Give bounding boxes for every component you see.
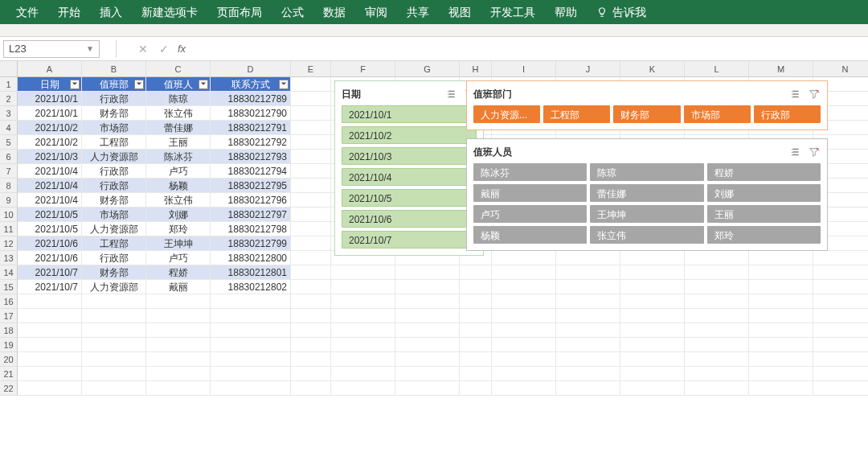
table-cell[interactable]: 卢巧 <box>146 251 211 265</box>
row-header-17[interactable]: 17 <box>0 309 18 323</box>
cell[interactable] <box>749 323 813 338</box>
filter-icon[interactable] <box>199 80 208 89</box>
cell[interactable] <box>460 352 492 367</box>
cell[interactable] <box>460 338 492 352</box>
table-cell[interactable]: 2021/10/3 <box>18 150 82 164</box>
table-cell[interactable]: 2021/10/5 <box>18 222 82 236</box>
slicer-item[interactable]: 人力资源... <box>473 105 540 123</box>
slicer-item[interactable]: 蕾佳娜 <box>590 184 703 202</box>
confirm-icon[interactable]: ✓ <box>154 43 174 55</box>
cell[interactable] <box>211 381 291 396</box>
cell[interactable] <box>82 294 146 309</box>
table-cell[interactable]: 陈琼 <box>146 92 211 106</box>
cell[interactable] <box>331 309 395 323</box>
table-cell[interactable]: 张立伟 <box>146 106 211 121</box>
cell[interactable] <box>211 309 291 323</box>
chevron-down-icon[interactable]: ▼ <box>86 44 94 53</box>
cell[interactable] <box>813 367 868 381</box>
name-box[interactable]: L23 ▼ <box>3 40 100 58</box>
cell[interactable] <box>211 338 291 352</box>
cell[interactable] <box>685 381 749 396</box>
column-header-C[interactable]: C <box>146 61 211 77</box>
cell[interactable] <box>556 309 620 323</box>
cell[interactable] <box>685 338 749 352</box>
cell[interactable] <box>146 338 211 352</box>
cell[interactable] <box>749 338 813 352</box>
cell[interactable] <box>291 106 331 121</box>
cell[interactable] <box>291 338 331 352</box>
cell[interactable] <box>291 352 331 367</box>
table-cell[interactable]: 2021/10/6 <box>18 251 82 265</box>
cell[interactable] <box>749 381 813 396</box>
cell[interactable] <box>556 294 620 309</box>
cell[interactable] <box>146 323 211 338</box>
ribbon-tab-公式[interactable]: 公式 <box>272 0 313 24</box>
slicer-item[interactable]: 2021/10/6 <box>342 210 477 228</box>
cell[interactable] <box>556 323 620 338</box>
cell[interactable] <box>291 280 331 294</box>
table-cell[interactable]: 工程部 <box>82 135 146 150</box>
ribbon-tab-数据[interactable]: 数据 <box>313 0 355 24</box>
cell[interactable] <box>460 367 492 381</box>
cell[interactable] <box>492 367 556 381</box>
slicer-日期[interactable]: 日期2021/10/12021/10/22021/10/32021/10/420… <box>334 80 484 256</box>
cell[interactable] <box>813 352 868 367</box>
table-cell[interactable]: 蕾佳娜 <box>146 121 211 135</box>
cell[interactable] <box>82 323 146 338</box>
table-cell[interactable]: 行政部 <box>82 179 146 193</box>
filter-icon[interactable] <box>279 80 289 89</box>
table-cell[interactable]: 杨颖 <box>146 179 211 193</box>
cell[interactable] <box>556 367 620 381</box>
cell[interactable] <box>291 77 331 92</box>
slicer-item[interactable]: 陈冰芬 <box>473 163 587 181</box>
cell[interactable] <box>620 280 685 294</box>
column-header-A[interactable]: A <box>18 61 82 77</box>
cell[interactable] <box>211 367 291 381</box>
cell[interactable] <box>331 323 395 338</box>
cell[interactable] <box>146 309 211 323</box>
multiselect-icon[interactable] <box>446 88 459 101</box>
table-cell[interactable]: 人力资源部 <box>82 150 146 164</box>
table-cell[interactable]: 2021/10/4 <box>18 179 82 193</box>
cell[interactable] <box>82 352 146 367</box>
table-cell[interactable]: 2021/10/7 <box>18 280 82 294</box>
cell[interactable] <box>146 294 211 309</box>
ribbon-tab-帮助[interactable]: 帮助 <box>545 0 587 24</box>
cell[interactable] <box>620 251 685 265</box>
cell[interactable] <box>492 280 556 294</box>
cell[interactable] <box>685 294 749 309</box>
slicer-item[interactable]: 张立伟 <box>590 226 703 244</box>
cell[interactable] <box>620 265 685 280</box>
cell[interactable] <box>620 309 685 323</box>
row-header-9[interactable]: 9 <box>0 193 18 207</box>
cell[interactable] <box>395 265 460 280</box>
slicer-item[interactable]: 2021/10/2 <box>342 126 477 144</box>
cell[interactable] <box>556 265 620 280</box>
row-header-8[interactable]: 8 <box>0 179 18 193</box>
ribbon-tab-审阅[interactable]: 审阅 <box>355 0 397 24</box>
cell[interactable] <box>291 92 331 106</box>
cell[interactable] <box>211 352 291 367</box>
row-header-7[interactable]: 7 <box>0 164 18 179</box>
slicer-值班部门[interactable]: 值班部门人力资源...工程部财务部市场部行政部 <box>466 80 828 130</box>
cell[interactable] <box>460 294 492 309</box>
fx-label[interactable]: fx <box>178 43 186 55</box>
slicer-item[interactable]: 行政部 <box>754 105 821 123</box>
column-header-J[interactable]: J <box>556 61 620 77</box>
table-cell[interactable]: 18830212794 <box>211 164 291 179</box>
table-cell[interactable]: 18830212792 <box>211 135 291 150</box>
column-header-D[interactable]: D <box>211 61 291 77</box>
tell-me[interactable]: 告诉我 <box>587 0 656 24</box>
filter-icon[interactable] <box>70 80 80 89</box>
slicer-item[interactable]: 2021/10/4 <box>342 168 477 186</box>
table-cell[interactable]: 18830212797 <box>211 207 291 222</box>
table-cell[interactable]: 2021/10/2 <box>18 135 82 150</box>
table-cell[interactable]: 2021/10/6 <box>18 236 82 251</box>
cells-area[interactable]: 日期值班部值班人联系方式2021/10/1行政部陈琼18830212789202… <box>18 77 868 396</box>
cell[interactable] <box>291 251 331 265</box>
cell[interactable] <box>620 367 685 381</box>
cell[interactable] <box>18 381 82 396</box>
slicer-item[interactable]: 2021/10/3 <box>342 147 477 165</box>
table-cell[interactable]: 18830212793 <box>211 150 291 164</box>
cell[interactable] <box>291 309 331 323</box>
